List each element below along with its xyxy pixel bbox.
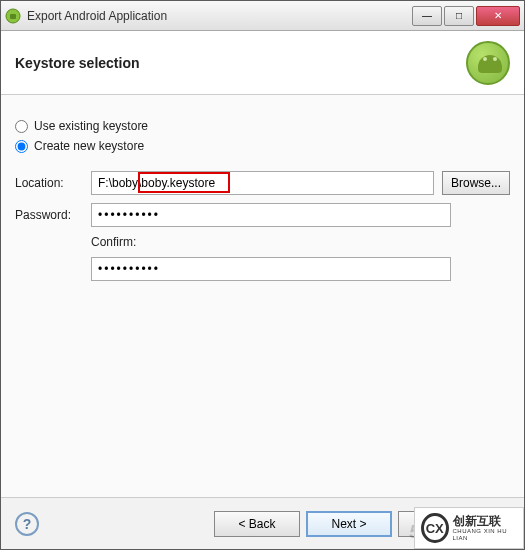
confirm-input[interactable] xyxy=(91,257,451,281)
location-wrap xyxy=(91,171,434,195)
password-label: Password: xyxy=(15,208,83,222)
corner-logo-line2: CHUANG XIN HU LIAN xyxy=(453,528,518,541)
minimize-button[interactable]: — xyxy=(412,6,442,26)
corner-logo-icon: CX xyxy=(421,513,449,543)
password-input[interactable] xyxy=(91,203,451,227)
android-icon xyxy=(466,41,510,85)
close-button[interactable]: ✕ xyxy=(476,6,520,26)
window-controls: — □ ✕ xyxy=(412,6,520,26)
page-title: Keystore selection xyxy=(15,55,466,71)
maximize-button[interactable]: □ xyxy=(444,6,474,26)
titlebar: Export Android Application — □ ✕ xyxy=(1,1,524,31)
corner-logo-line1: 创新互联 xyxy=(453,515,518,528)
svg-rect-1 xyxy=(10,14,16,19)
dialog-header: Keystore selection xyxy=(1,31,524,95)
form-grid: Location: Browse... Password: Confirm: xyxy=(15,171,510,289)
browse-button[interactable]: Browse... xyxy=(442,171,510,195)
confirm-label: Confirm: xyxy=(91,235,434,249)
corner-logo-text: 创新互联 CHUANG XIN HU LIAN xyxy=(453,515,518,541)
radio-use-existing-label: Use existing keystore xyxy=(34,119,148,133)
radio-create-new-input[interactable] xyxy=(15,140,28,153)
window-title: Export Android Application xyxy=(27,9,412,23)
radio-create-new-label: Create new keystore xyxy=(34,139,144,153)
radio-use-existing[interactable]: Use existing keystore xyxy=(15,119,510,133)
location-input[interactable] xyxy=(91,171,434,195)
app-icon xyxy=(5,8,21,24)
help-icon[interactable]: ? xyxy=(15,512,39,536)
back-button[interactable]: < Back xyxy=(214,511,300,537)
corner-logo: CX 创新互联 CHUANG XIN HU LIAN xyxy=(414,507,524,549)
next-button[interactable]: Next > xyxy=(306,511,392,537)
dialog-window: Export Android Application — □ ✕ Keystor… xyxy=(0,0,525,550)
content-area: Use existing keystore Create new keystor… xyxy=(1,95,524,499)
radio-create-new[interactable]: Create new keystore xyxy=(15,139,510,153)
location-label: Location: xyxy=(15,176,83,190)
radio-use-existing-input[interactable] xyxy=(15,120,28,133)
